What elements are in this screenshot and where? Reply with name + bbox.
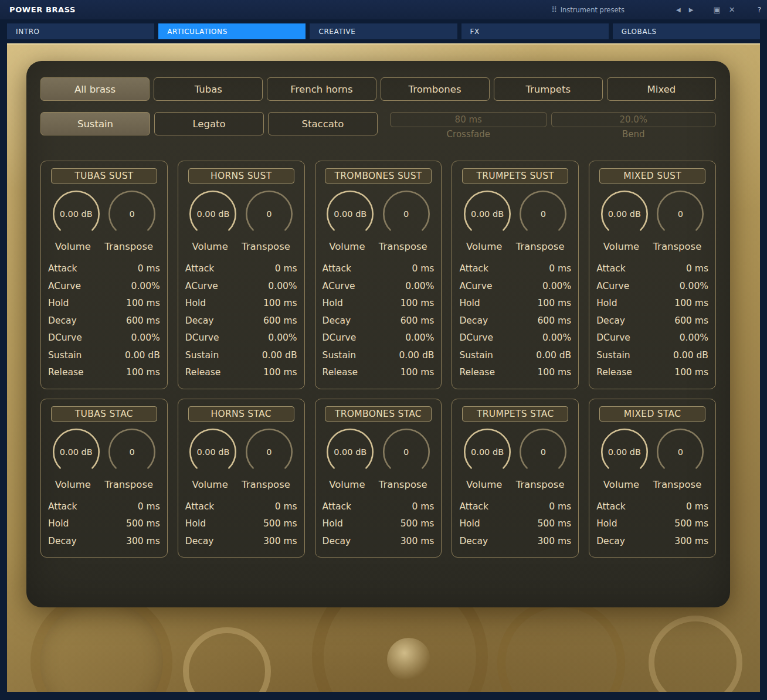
param-row-acurve[interactable]: ACurve0.00% <box>48 278 160 295</box>
decor-highlight <box>387 638 430 681</box>
param-row-acurve[interactable]: ACurve0.00% <box>185 278 297 295</box>
prev-preset-icon[interactable]: ◀ <box>676 7 681 13</box>
transpose-knob[interactable]: 0 <box>381 426 432 478</box>
transpose-knob-label: Transpose <box>516 241 565 252</box>
volume-knob[interactable]: 0.00 dB <box>187 426 239 478</box>
volume-knob[interactable]: 0.00 dB <box>461 188 513 240</box>
transpose-knob[interactable]: 0 <box>243 426 295 478</box>
param-row-dcurve[interactable]: DCurve0.00% <box>459 329 571 347</box>
instrument-button-french-horns[interactable]: French horns <box>267 77 376 101</box>
close-icon[interactable]: ✕ <box>729 6 735 13</box>
transpose-knob[interactable]: 0 <box>517 426 569 478</box>
instrument-button-trombones[interactable]: Trombones <box>381 77 490 101</box>
param-row-hold[interactable]: Hold500 ms <box>323 515 435 533</box>
param-row-release[interactable]: Release100 ms <box>596 364 708 382</box>
tab-intro[interactable]: INTRO <box>7 23 154 39</box>
articulation-button-staccato[interactable]: Staccato <box>268 112 378 135</box>
volume-knob[interactable]: 0.00 dB <box>599 188 650 240</box>
param-row-acurve[interactable]: ACurve0.00% <box>459 278 571 295</box>
param-row-sustain[interactable]: Sustain0.00 dB <box>323 347 435 365</box>
instrument-presets-button[interactable]: ⠿ Instrument presets <box>551 6 625 14</box>
param-value: 600 ms <box>263 312 297 330</box>
volume-knob[interactable]: 0.00 dB <box>461 426 513 478</box>
help-icon[interactable]: ? <box>758 6 761 14</box>
next-preset-icon[interactable]: ▶ <box>689 7 694 13</box>
crossfade-value[interactable]: 80 ms <box>390 112 547 127</box>
param-row-decay[interactable]: Decay600 ms <box>48 312 160 330</box>
param-row-decay[interactable]: Decay600 ms <box>459 312 571 330</box>
transpose-knob[interactable]: 0 <box>243 188 295 240</box>
param-row-release[interactable]: Release100 ms <box>459 364 571 382</box>
param-row-attack[interactable]: Attack0 ms <box>596 498 708 516</box>
transpose-knob[interactable]: 0 <box>381 188 432 240</box>
param-row-hold[interactable]: Hold100 ms <box>596 295 708 312</box>
param-row-hold[interactable]: Hold500 ms <box>459 515 571 533</box>
volume-knob[interactable]: 0.00 dB <box>50 426 102 478</box>
param-row-attack[interactable]: Attack0 ms <box>323 260 435 278</box>
param-row-dcurve[interactable]: DCurve0.00% <box>185 329 297 347</box>
param-row-acurve[interactable]: ACurve0.00% <box>323 278 435 295</box>
volume-knob[interactable]: 0.00 dB <box>187 188 239 240</box>
param-row-decay[interactable]: Decay600 ms <box>323 312 435 330</box>
instrument-button-mixed[interactable]: Mixed <box>607 77 716 101</box>
volume-knob[interactable]: 0.00 dB <box>599 426 650 478</box>
articulation-panel: HORNS SUST0.00 dB0VolumeTransposeAttack0… <box>178 161 305 389</box>
param-row-hold[interactable]: Hold100 ms <box>323 295 435 312</box>
param-row-attack[interactable]: Attack0 ms <box>596 260 708 278</box>
param-row-decay[interactable]: Decay300 ms <box>596 533 708 551</box>
instrument-button-all-brass[interactable]: All brass <box>40 77 150 101</box>
tab-articulations[interactable]: ARTICULATIONS <box>158 23 306 39</box>
param-row-decay[interactable]: Decay600 ms <box>596 312 708 330</box>
param-row-hold[interactable]: Hold500 ms <box>185 515 297 533</box>
tab-creative[interactable]: CREATIVE <box>310 23 457 39</box>
param-row-dcurve[interactable]: DCurve0.00% <box>48 329 160 347</box>
panel-title: MIXED STAC <box>599 406 705 422</box>
articulation-button-sustain[interactable]: Sustain <box>40 112 150 135</box>
param-row-hold[interactable]: Hold100 ms <box>459 295 571 312</box>
articulation-panel: TROMBONES SUST0.00 dB0VolumeTransposeAtt… <box>315 161 442 389</box>
tab-globals[interactable]: GLOBALS <box>613 23 760 39</box>
instrument-button-tubas[interactable]: Tubas <box>154 77 263 101</box>
param-row-hold[interactable]: Hold500 ms <box>596 515 708 533</box>
param-row-attack[interactable]: Attack0 ms <box>185 498 297 516</box>
volume-knob[interactable]: 0.00 dB <box>50 188 102 240</box>
param-row-release[interactable]: Release100 ms <box>185 364 297 382</box>
param-row-acurve[interactable]: ACurve0.00% <box>596 278 708 295</box>
param-row-attack[interactable]: Attack0 ms <box>323 498 435 516</box>
volume-knob[interactable]: 0.00 dB <box>324 426 376 478</box>
articulation-panel: TUBAS SUST0.00 dB0VolumeTransposeAttack0… <box>40 161 168 389</box>
param-row-sustain[interactable]: Sustain0.00 dB <box>48 347 160 365</box>
transpose-knob[interactable]: 0 <box>517 188 569 240</box>
param-row-decay[interactable]: Decay300 ms <box>48 533 160 551</box>
bend-value[interactable]: 20.0% <box>551 112 717 127</box>
param-row-attack[interactable]: Attack0 ms <box>48 260 160 278</box>
param-row-sustain[interactable]: Sustain0.00 dB <box>596 347 708 365</box>
transpose-knob[interactable]: 0 <box>106 188 158 240</box>
param-row-decay[interactable]: Decay300 ms <box>459 533 571 551</box>
param-row-hold[interactable]: Hold100 ms <box>48 295 160 312</box>
param-row-dcurve[interactable]: DCurve0.00% <box>596 329 708 347</box>
param-row-attack[interactable]: Attack0 ms <box>459 498 571 516</box>
tab-fx[interactable]: FX <box>461 23 609 39</box>
param-row-hold[interactable]: Hold500 ms <box>48 515 160 533</box>
param-name: Sustain <box>323 347 356 365</box>
articulation-button-legato[interactable]: Legato <box>154 112 264 135</box>
param-row-release[interactable]: Release100 ms <box>48 364 160 382</box>
param-row-sustain[interactable]: Sustain0.00 dB <box>459 347 571 365</box>
param-row-attack[interactable]: Attack0 ms <box>459 260 571 278</box>
panel-toggle-icon[interactable]: ▣ <box>713 6 720 13</box>
transpose-knob[interactable]: 0 <box>654 188 706 240</box>
volume-knob[interactable]: 0.00 dB <box>324 188 376 240</box>
param-row-decay[interactable]: Decay300 ms <box>323 533 435 551</box>
transpose-knob[interactable]: 0 <box>654 426 706 478</box>
param-row-attack[interactable]: Attack0 ms <box>48 498 160 516</box>
param-row-attack[interactable]: Attack0 ms <box>185 260 297 278</box>
param-row-decay[interactable]: Decay600 ms <box>185 312 297 330</box>
param-row-sustain[interactable]: Sustain0.00 dB <box>185 347 297 365</box>
param-row-hold[interactable]: Hold100 ms <box>185 295 297 312</box>
transpose-knob[interactable]: 0 <box>106 426 158 478</box>
param-row-dcurve[interactable]: DCurve0.00% <box>323 329 435 347</box>
param-row-release[interactable]: Release100 ms <box>323 364 435 382</box>
instrument-button-trumpets[interactable]: Trumpets <box>494 77 603 101</box>
param-row-decay[interactable]: Decay300 ms <box>185 533 297 551</box>
